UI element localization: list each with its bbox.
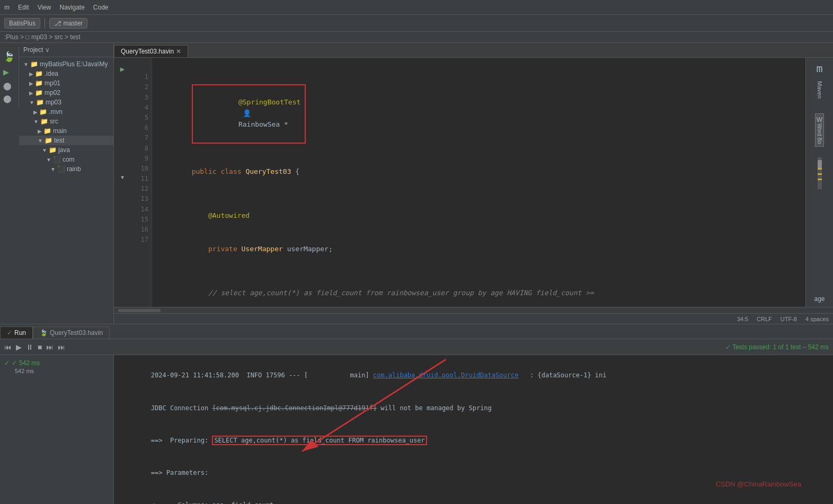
- pass-check: ✓: [12, 359, 17, 367]
- code-editor[interactable]: ▶ ▼: [114, 58, 833, 307]
- console-line-1: 2024-09-21 11:41:58.200 INFO 17596 --- […: [120, 359, 827, 392]
- word-bo-panel: W Word Bo: [815, 113, 824, 147]
- bottom-area: ✓ Run 🍃 QueryTest03.havin ⏮ ▶ ⏸ ■ ⏭ ⏭ ✓ …: [0, 324, 833, 504]
- editor-status-line: 34:5 CRLF UTF-8 4 spaces: [114, 313, 833, 324]
- sidebar-tree: ▼ 📁 myBatisPlus E:\Java\My ▶ 📁 .idea ▶ 📁…: [19, 57, 113, 324]
- menu-edit[interactable]: Edit: [18, 4, 29, 11]
- scroll-thumb[interactable]: [818, 160, 822, 168]
- fold-icon-1[interactable]: ▼: [121, 174, 124, 180]
- toolbar: BatisPlus ⎇ master: [0, 15, 833, 32]
- sidebar-debug-icon[interactable]: ⬤: [3, 82, 15, 90]
- pause-button[interactable]: ⏸: [26, 343, 33, 351]
- user-icon: 👤: [238, 109, 255, 117]
- tree-idea[interactable]: ▶ 📁 .idea: [19, 69, 113, 78]
- pass-subtime: 542 ms: [15, 368, 109, 374]
- age-label: age: [814, 295, 825, 303]
- editor-area: QueryTest03.havin ✕ ▶ ▼: [114, 43, 833, 324]
- console-line-2: JDBC Connection [com.mysql.cj.jdbc.Conne…: [120, 392, 827, 424]
- check-icon: ✓: [4, 359, 10, 367]
- right-sidebar: m Maven W Word Bo age: [805, 58, 833, 307]
- tree-mvn[interactable]: ▶ 📁 .mvn: [19, 107, 113, 117]
- maven-icon[interactable]: m: [816, 62, 822, 75]
- separator-label: CRLF: [757, 316, 772, 322]
- bottom-tab-run[interactable]: ✓ Run: [0, 326, 33, 339]
- scroll-mark-1: [818, 168, 822, 170]
- project-dropdown[interactable]: BatisPlus: [4, 18, 40, 29]
- pass-time: 542 ms: [19, 359, 40, 367]
- tree-rainb[interactable]: ▼ ⬛ rainb: [19, 164, 113, 174]
- bottom-toolbar: ⏮ ▶ ⏸ ■ ⏭ ⏭ ✓ Tests passed: 1 of 1 test …: [0, 339, 833, 355]
- sidebar-run-icon[interactable]: ▶: [3, 66, 15, 77]
- scroll-mark-2: [818, 173, 822, 175]
- run-check-icon: ✓: [7, 329, 12, 337]
- scroll-mark-3: [818, 179, 822, 180]
- sidebar: 🍃 ▶ ⬤ ⬤ Project ∨ ▼ 📁 myBatisPlus E:\Jav…: [0, 43, 114, 324]
- breadcrumb: :Plus > □ mp03 > src > test: [0, 32, 833, 43]
- user-label: RainbowSea *: [238, 120, 288, 128]
- menu-navigate[interactable]: Navigate: [59, 4, 84, 11]
- editor-tabs: QueryTest03.havin ✕: [114, 43, 833, 58]
- cursor-position: 34:5: [737, 316, 748, 322]
- word-bo-label[interactable]: Word Bo: [817, 123, 822, 144]
- console-line-5: <== Columns: age, field_count: [120, 489, 827, 504]
- scroll-track[interactable]: [818, 157, 822, 189]
- tree-com[interactable]: ▼ ⬛ com: [19, 155, 113, 164]
- sidebar-icon3[interactable]: ⬤: [3, 94, 15, 103]
- word-bo-icon: W: [817, 116, 822, 123]
- play-button[interactable]: ▶: [16, 343, 22, 351]
- bottom-tab-querytest[interactable]: 🍃 QueryTest03.havin: [33, 326, 110, 339]
- tree-java[interactable]: ▼ 📁 java: [19, 145, 113, 155]
- tree-root[interactable]: ▼ 📁 myBatisPlus E:\Java\My: [19, 59, 113, 69]
- console-line-4: ==> Parameters:: [120, 457, 827, 489]
- editor-tab-main[interactable]: QueryTest03.havin ✕: [114, 45, 188, 57]
- menu-view[interactable]: View: [38, 4, 51, 11]
- hscroll-thumb[interactable]: [118, 309, 161, 312]
- bottom-tabs: ✓ Run 🍃 QueryTest03.havin: [0, 324, 833, 339]
- btn5[interactable]: ⏭: [46, 343, 54, 351]
- rerun-button[interactable]: ⏮: [4, 343, 12, 351]
- tree-src[interactable]: ▼ 📁 src: [19, 117, 113, 126]
- leaf-icon-tab: 🍃: [40, 329, 48, 337]
- annotation-springboottest: @SpringBootTest: [238, 98, 300, 106]
- btn6[interactable]: ⏭: [58, 343, 65, 351]
- menu-m[interactable]: m: [4, 4, 10, 11]
- toolbar-divider: [45, 18, 45, 29]
- line-numbers: 1 2 3 4 5 6 7 8 9 10 11 12 13 14 15 16 1…: [131, 58, 152, 307]
- code-content[interactable]: @SpringBootTest 👤 RainbowSea * public cl…: [152, 58, 805, 307]
- tree-main[interactable]: ▶ 📁 main: [19, 126, 113, 136]
- run-status: ✓ Tests passed: 1 of 1 test – 542 ms: [725, 343, 829, 351]
- sidebar-leaf-icon[interactable]: 🍃: [3, 51, 15, 62]
- run-left-panel: ✓ ✓ 542 ms 542 ms: [0, 355, 114, 504]
- indent-label: 4 spaces: [805, 316, 829, 322]
- sidebar-header-caret[interactable]: ∨: [45, 46, 50, 54]
- encoding-label: UTF-8: [781, 316, 797, 322]
- run-gutter-icon-1[interactable]: ▶: [120, 65, 125, 73]
- sidebar-header: Project ∨: [19, 43, 113, 57]
- editor-hscroll[interactable]: [114, 307, 833, 313]
- tree-mp01[interactable]: ▶ 📁 mp01: [19, 78, 113, 88]
- branch-dropdown[interactable]: ⎇ master: [49, 18, 87, 29]
- main-area: 🍃 ▶ ⬤ ⬤ Project ∨ ▼ 📁 myBatisPlus E:\Jav…: [0, 43, 833, 324]
- pass-item-1[interactable]: ✓ ✓ 542 ms: [4, 358, 109, 368]
- stop-button[interactable]: ■: [38, 343, 42, 351]
- tree-mp03[interactable]: ▼ 📁 mp03: [19, 98, 113, 107]
- menu-bar: m Edit View Navigate Code: [0, 0, 833, 15]
- run-console[interactable]: 2024-09-21 11:41:58.200 INFO 17596 --- […: [114, 355, 833, 504]
- run-results: ✓ ✓ 542 ms 542 ms 2024-09-21 11:41:58.20…: [0, 355, 833, 504]
- tree-test[interactable]: ▼ 📁 test: [19, 136, 113, 145]
- menu-code[interactable]: Code: [93, 4, 109, 11]
- tab-close-icon[interactable]: ✕: [176, 48, 181, 55]
- console-line-3: ==> Preparing: SELECT age,count(*) as fi…: [120, 424, 827, 456]
- tree-mp02[interactable]: ▶ 📁 mp02: [19, 88, 113, 98]
- maven-label[interactable]: Maven: [817, 81, 823, 99]
